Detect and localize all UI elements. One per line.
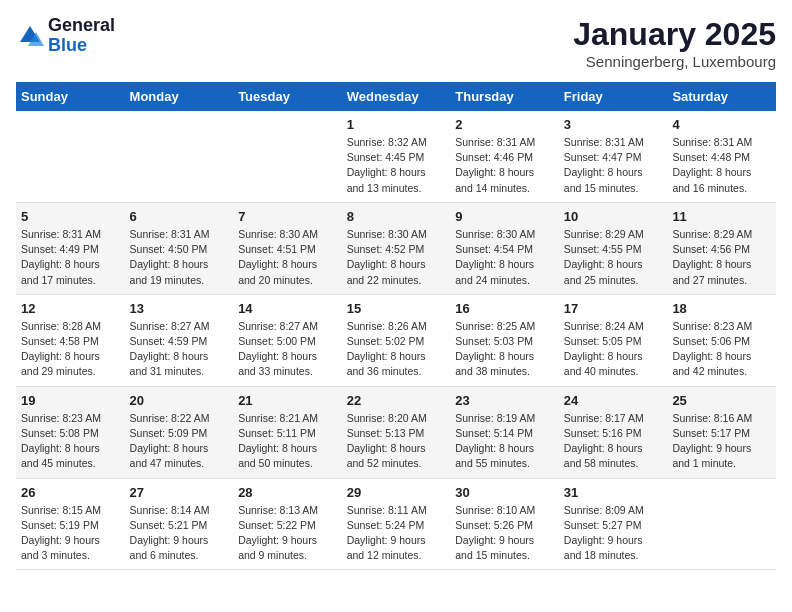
calendar-cell — [125, 111, 234, 202]
day-content: Sunrise: 8:29 AM Sunset: 4:56 PM Dayligh… — [672, 227, 771, 288]
day-number: 14 — [238, 301, 337, 316]
day-content: Sunrise: 8:23 AM Sunset: 5:08 PM Dayligh… — [21, 411, 120, 472]
day-number: 16 — [455, 301, 554, 316]
page-header: General Blue January 2025 Senningerberg,… — [16, 16, 776, 70]
day-content: Sunrise: 8:09 AM Sunset: 5:27 PM Dayligh… — [564, 503, 663, 564]
logo-blue-text: Blue — [48, 35, 87, 55]
calendar-cell: 5Sunrise: 8:31 AM Sunset: 4:49 PM Daylig… — [16, 202, 125, 294]
day-content: Sunrise: 8:26 AM Sunset: 5:02 PM Dayligh… — [347, 319, 446, 380]
calendar-cell: 17Sunrise: 8:24 AM Sunset: 5:05 PM Dayli… — [559, 294, 668, 386]
day-of-week-header: Friday — [559, 82, 668, 111]
day-content: Sunrise: 8:30 AM Sunset: 4:54 PM Dayligh… — [455, 227, 554, 288]
day-number: 30 — [455, 485, 554, 500]
calendar-week-row: 26Sunrise: 8:15 AM Sunset: 5:19 PM Dayli… — [16, 478, 776, 570]
calendar-cell: 6Sunrise: 8:31 AM Sunset: 4:50 PM Daylig… — [125, 202, 234, 294]
day-of-week-header: Saturday — [667, 82, 776, 111]
day-number: 13 — [130, 301, 229, 316]
day-of-week-header: Monday — [125, 82, 234, 111]
calendar-cell: 29Sunrise: 8:11 AM Sunset: 5:24 PM Dayli… — [342, 478, 451, 570]
day-content: Sunrise: 8:22 AM Sunset: 5:09 PM Dayligh… — [130, 411, 229, 472]
day-number: 28 — [238, 485, 337, 500]
calendar-cell: 26Sunrise: 8:15 AM Sunset: 5:19 PM Dayli… — [16, 478, 125, 570]
month-title: January 2025 — [573, 16, 776, 53]
day-number: 21 — [238, 393, 337, 408]
day-content: Sunrise: 8:31 AM Sunset: 4:48 PM Dayligh… — [672, 135, 771, 196]
day-content: Sunrise: 8:19 AM Sunset: 5:14 PM Dayligh… — [455, 411, 554, 472]
calendar-cell: 2Sunrise: 8:31 AM Sunset: 4:46 PM Daylig… — [450, 111, 559, 202]
calendar-cell: 23Sunrise: 8:19 AM Sunset: 5:14 PM Dayli… — [450, 386, 559, 478]
day-content: Sunrise: 8:24 AM Sunset: 5:05 PM Dayligh… — [564, 319, 663, 380]
calendar-cell: 14Sunrise: 8:27 AM Sunset: 5:00 PM Dayli… — [233, 294, 342, 386]
calendar-week-row: 1Sunrise: 8:32 AM Sunset: 4:45 PM Daylig… — [16, 111, 776, 202]
calendar-cell: 10Sunrise: 8:29 AM Sunset: 4:55 PM Dayli… — [559, 202, 668, 294]
day-of-week-header: Sunday — [16, 82, 125, 111]
day-number: 20 — [130, 393, 229, 408]
day-number: 15 — [347, 301, 446, 316]
day-number: 6 — [130, 209, 229, 224]
day-content: Sunrise: 8:16 AM Sunset: 5:17 PM Dayligh… — [672, 411, 771, 472]
calendar-week-row: 5Sunrise: 8:31 AM Sunset: 4:49 PM Daylig… — [16, 202, 776, 294]
day-content: Sunrise: 8:15 AM Sunset: 5:19 PM Dayligh… — [21, 503, 120, 564]
day-content: Sunrise: 8:27 AM Sunset: 5:00 PM Dayligh… — [238, 319, 337, 380]
day-number: 18 — [672, 301, 771, 316]
day-content: Sunrise: 8:11 AM Sunset: 5:24 PM Dayligh… — [347, 503, 446, 564]
calendar-week-row: 12Sunrise: 8:28 AM Sunset: 4:58 PM Dayli… — [16, 294, 776, 386]
logo: General Blue — [16, 16, 115, 56]
day-number: 23 — [455, 393, 554, 408]
calendar-cell — [16, 111, 125, 202]
day-number: 1 — [347, 117, 446, 132]
day-number: 22 — [347, 393, 446, 408]
day-content: Sunrise: 8:30 AM Sunset: 4:51 PM Dayligh… — [238, 227, 337, 288]
calendar-cell: 25Sunrise: 8:16 AM Sunset: 5:17 PM Dayli… — [667, 386, 776, 478]
calendar-cell: 18Sunrise: 8:23 AM Sunset: 5:06 PM Dayli… — [667, 294, 776, 386]
day-of-week-header: Thursday — [450, 82, 559, 111]
day-content: Sunrise: 8:27 AM Sunset: 4:59 PM Dayligh… — [130, 319, 229, 380]
day-number: 5 — [21, 209, 120, 224]
day-of-week-header: Wednesday — [342, 82, 451, 111]
day-of-week-header: Tuesday — [233, 82, 342, 111]
calendar-table: SundayMondayTuesdayWednesdayThursdayFrid… — [16, 82, 776, 570]
title-block: January 2025 Senningerberg, Luxembourg — [573, 16, 776, 70]
calendar-cell — [667, 478, 776, 570]
calendar-cell: 1Sunrise: 8:32 AM Sunset: 4:45 PM Daylig… — [342, 111, 451, 202]
day-number: 25 — [672, 393, 771, 408]
calendar-cell: 24Sunrise: 8:17 AM Sunset: 5:16 PM Dayli… — [559, 386, 668, 478]
calendar-cell: 12Sunrise: 8:28 AM Sunset: 4:58 PM Dayli… — [16, 294, 125, 386]
day-number: 24 — [564, 393, 663, 408]
day-number: 31 — [564, 485, 663, 500]
logo-general-text: General — [48, 15, 115, 35]
day-content: Sunrise: 8:21 AM Sunset: 5:11 PM Dayligh… — [238, 411, 337, 472]
calendar-cell: 13Sunrise: 8:27 AM Sunset: 4:59 PM Dayli… — [125, 294, 234, 386]
day-content: Sunrise: 8:20 AM Sunset: 5:13 PM Dayligh… — [347, 411, 446, 472]
day-content: Sunrise: 8:23 AM Sunset: 5:06 PM Dayligh… — [672, 319, 771, 380]
day-number: 8 — [347, 209, 446, 224]
day-number: 4 — [672, 117, 771, 132]
calendar-cell: 3Sunrise: 8:31 AM Sunset: 4:47 PM Daylig… — [559, 111, 668, 202]
day-content: Sunrise: 8:31 AM Sunset: 4:50 PM Dayligh… — [130, 227, 229, 288]
day-content: Sunrise: 8:17 AM Sunset: 5:16 PM Dayligh… — [564, 411, 663, 472]
day-number: 9 — [455, 209, 554, 224]
calendar-cell — [233, 111, 342, 202]
calendar-cell: 21Sunrise: 8:21 AM Sunset: 5:11 PM Dayli… — [233, 386, 342, 478]
calendar-cell: 28Sunrise: 8:13 AM Sunset: 5:22 PM Dayli… — [233, 478, 342, 570]
calendar-cell: 20Sunrise: 8:22 AM Sunset: 5:09 PM Dayli… — [125, 386, 234, 478]
day-number: 12 — [21, 301, 120, 316]
day-content: Sunrise: 8:10 AM Sunset: 5:26 PM Dayligh… — [455, 503, 554, 564]
day-content: Sunrise: 8:14 AM Sunset: 5:21 PM Dayligh… — [130, 503, 229, 564]
day-content: Sunrise: 8:28 AM Sunset: 4:58 PM Dayligh… — [21, 319, 120, 380]
calendar-cell: 30Sunrise: 8:10 AM Sunset: 5:26 PM Dayli… — [450, 478, 559, 570]
day-content: Sunrise: 8:13 AM Sunset: 5:22 PM Dayligh… — [238, 503, 337, 564]
day-content: Sunrise: 8:30 AM Sunset: 4:52 PM Dayligh… — [347, 227, 446, 288]
calendar-header-row: SundayMondayTuesdayWednesdayThursdayFrid… — [16, 82, 776, 111]
calendar-cell: 9Sunrise: 8:30 AM Sunset: 4:54 PM Daylig… — [450, 202, 559, 294]
day-number: 26 — [21, 485, 120, 500]
day-number: 2 — [455, 117, 554, 132]
calendar-cell: 27Sunrise: 8:14 AM Sunset: 5:21 PM Dayli… — [125, 478, 234, 570]
calendar-cell: 8Sunrise: 8:30 AM Sunset: 4:52 PM Daylig… — [342, 202, 451, 294]
day-number: 29 — [347, 485, 446, 500]
calendar-cell: 22Sunrise: 8:20 AM Sunset: 5:13 PM Dayli… — [342, 386, 451, 478]
day-content: Sunrise: 8:31 AM Sunset: 4:46 PM Dayligh… — [455, 135, 554, 196]
location-subtitle: Senningerberg, Luxembourg — [573, 53, 776, 70]
day-number: 7 — [238, 209, 337, 224]
day-content: Sunrise: 8:31 AM Sunset: 4:47 PM Dayligh… — [564, 135, 663, 196]
